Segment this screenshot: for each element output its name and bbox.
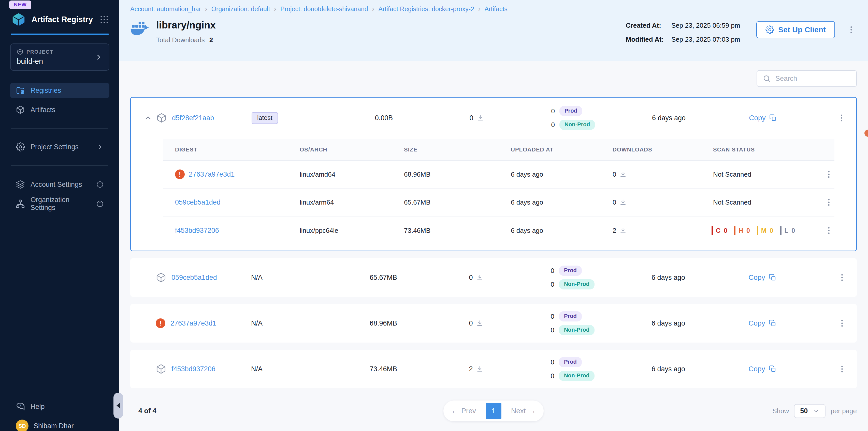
search-input[interactable] xyxy=(775,74,851,83)
scan-severity-counts: C 0 H 0 M 0 L 0 xyxy=(701,226,821,235)
severity-bar xyxy=(780,226,781,235)
info-icon[interactable] xyxy=(96,181,104,188)
critical-count: C 0 xyxy=(712,226,728,235)
artifact-digest-link[interactable]: 059ceb5a1ded xyxy=(172,274,217,281)
org-hierarchy-icon xyxy=(16,199,25,208)
nonprod-badge: Non-Prod xyxy=(559,279,594,290)
nonprod-count: 0 xyxy=(549,280,554,289)
sidebar-item-help[interactable]: ? Help xyxy=(10,399,110,414)
downloads-count: 0 xyxy=(613,198,616,206)
row-kebab-menu[interactable] xyxy=(837,364,848,373)
downloads-count: 2 xyxy=(613,227,616,235)
per-page-label: per page xyxy=(831,407,857,415)
breadcrumb-registry[interactable]: Artifact Registries: docker-proxy-2 xyxy=(378,5,474,13)
copy-link[interactable]: Copy xyxy=(749,114,777,122)
collapse-chevron-up-icon[interactable] xyxy=(144,114,152,122)
cube-icon xyxy=(17,48,23,55)
uploaded-at-cell: 6 days ago xyxy=(499,227,601,235)
title-block: library/nginx Total Downloads 2 xyxy=(156,20,626,44)
copy-label: Copy xyxy=(748,319,765,327)
chevron-down-icon xyxy=(813,408,819,414)
page-size-select[interactable]: 50 xyxy=(794,404,826,418)
info-icon[interactable] xyxy=(96,200,104,208)
prod-count-line: 0 Prod xyxy=(549,106,582,116)
sidebar-item-artifacts[interactable]: Artifacts xyxy=(10,102,110,118)
artifact-name-cell: 059ceb5a1ded xyxy=(156,272,251,283)
apps-grid-icon[interactable] xyxy=(99,14,110,25)
breadcrumb-artifacts[interactable]: Artifacts xyxy=(485,5,507,13)
breadcrumb-account[interactable]: Account: automation_har xyxy=(130,5,201,13)
setup-client-button[interactable]: Set Up Client xyxy=(756,21,835,38)
row-kebab-menu[interactable] xyxy=(824,170,834,179)
size-cell: 73.46MB xyxy=(392,227,499,235)
artifact-row: 059ceb5a1ded N/A 65.67MB 0 0 Prod xyxy=(130,258,857,297)
search-icon xyxy=(763,74,771,82)
row-kebab-menu[interactable] xyxy=(837,273,848,282)
prev-page-button[interactable]: ← Prev xyxy=(447,407,479,415)
total-downloads-value: 2 xyxy=(209,36,213,44)
pagination: 4 of 4 ← Prev 1 Next → Show 50 xyxy=(130,400,857,421)
row-kebab-menu[interactable] xyxy=(837,319,848,328)
column-header-digest: DIGEST xyxy=(163,146,288,153)
artifact-row: d5f28ef21aab latest 0.00B 0 0 Prod xyxy=(131,98,856,138)
project-selector[interactable]: PROJECT build-en xyxy=(10,43,110,71)
size-cell: 68.96MB xyxy=(370,320,397,327)
sidebar-item-label: Artifacts xyxy=(31,106,56,114)
sidebar-item-registries[interactable]: Registries xyxy=(10,83,110,98)
page-number-active[interactable]: 1 xyxy=(486,403,501,419)
sidebar-item-label: Organization Settings xyxy=(31,196,91,212)
sidebar-item-organization-settings[interactable]: Organization Settings xyxy=(10,196,110,211)
copy-link[interactable]: Copy xyxy=(748,365,776,373)
tag-badge: latest xyxy=(252,112,278,124)
prod-badge: Prod xyxy=(559,311,582,322)
downloads-cell: 0 xyxy=(469,114,484,122)
artifact-digest-link[interactable]: 27637a97e3d1 xyxy=(170,320,216,327)
breadcrumb-separator: › xyxy=(274,5,276,13)
download-icon xyxy=(619,198,627,206)
total-downloads-label: Total Downloads xyxy=(156,36,205,44)
breadcrumb-organization[interactable]: Organization: default xyxy=(211,5,270,13)
header-meta: Created At: Sep 23, 2025 06:59 pm Modifi… xyxy=(626,22,740,43)
row-kebab-menu[interactable] xyxy=(824,198,834,207)
download-icon xyxy=(476,274,484,281)
os-arch-cell: linux/amd64 xyxy=(288,170,392,178)
artifact-digest-link[interactable]: f453bd937206 xyxy=(172,365,215,373)
row-kebab-menu[interactable] xyxy=(837,113,847,123)
pager: ← Prev 1 Next → xyxy=(443,400,544,421)
downloads-count: 0 xyxy=(469,274,473,281)
size-cell: 68.96MB xyxy=(392,170,499,178)
sidebar-item-account-settings[interactable]: Account Settings xyxy=(10,177,110,192)
copy-icon xyxy=(769,274,776,281)
sidebar-collapse-handle[interactable] xyxy=(114,393,123,419)
chevron-right-icon xyxy=(95,53,103,61)
copy-link[interactable]: Copy xyxy=(748,319,776,327)
tag-cell: N/A xyxy=(251,274,262,281)
sidebar-divider xyxy=(11,128,108,129)
size-cell: 73.46MB xyxy=(370,365,397,373)
digest-row: f453bd937206 linux/ppc64le 73.46MB 6 day… xyxy=(163,217,834,244)
sidebar-item-project-settings[interactable]: Project Settings xyxy=(10,139,110,155)
digest-name-cell: 059ceb5a1ded xyxy=(163,198,288,206)
sidebar-nav: Registries Artifacts xyxy=(0,83,119,211)
package-icon xyxy=(156,364,166,374)
breadcrumb-project[interactable]: Project: donotdelete-shivanand xyxy=(280,5,368,13)
project-info: PROJECT build-en xyxy=(17,48,54,66)
alert-icon: ! xyxy=(175,169,185,179)
copy-link[interactable]: Copy xyxy=(748,273,776,281)
page-header: Account: automation_har › Organization: … xyxy=(119,0,868,61)
breadcrumb-separator: › xyxy=(478,5,480,13)
next-page-button[interactable]: Next → xyxy=(507,407,539,415)
header-kebab-menu[interactable] xyxy=(847,25,856,34)
digest-link[interactable]: f453bd937206 xyxy=(175,227,219,235)
row-kebab-menu[interactable] xyxy=(824,226,834,235)
column-header-scan-status: SCAN STATUS xyxy=(701,146,821,153)
nonprod-badge: Non-Prod xyxy=(559,371,594,381)
downloads-cell: 0 xyxy=(469,320,483,327)
size-cell: 65.67MB xyxy=(370,274,397,281)
copy-label: Copy xyxy=(748,273,765,281)
user-menu[interactable]: SD Shibam Dhar xyxy=(10,414,110,431)
artifact-digest-link[interactable]: d5f28ef21aab xyxy=(172,114,214,122)
digest-link[interactable]: 27637a97e3d1 xyxy=(189,170,235,178)
total-downloads: Total Downloads 2 xyxy=(156,36,626,44)
digest-link[interactable]: 059ceb5a1ded xyxy=(175,198,221,206)
